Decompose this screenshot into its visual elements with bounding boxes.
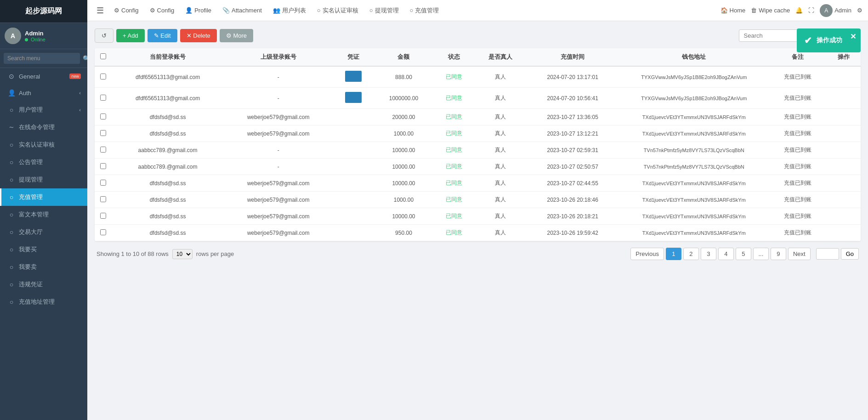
admin-name: Admin [834,7,851,14]
sidebar-item-label: 我要买 [19,245,37,254]
row-note: 充值已到账 [769,66,827,88]
topnav-real-name[interactable]: ○ 实名认证审核 [312,5,363,17]
sidebar-item-recharge-addr[interactable]: ○ 充值地址管理 [0,293,87,311]
user-mgmt-icon: ○ [8,106,15,114]
status-badge: 已同意 [446,196,462,203]
rows-per-page-select[interactable]: 10 20 50 [172,249,193,259]
status-badge: 已同意 [446,74,462,80]
row-checkbox[interactable] [100,213,106,219]
row-current-account: dfdsfsd@sd.ss [112,109,224,125]
topnav-recharge[interactable]: ○ 充值管理 [405,5,444,17]
row-operation [827,192,861,208]
row-checkbox[interactable] [100,114,106,119]
sidebar-item-user-mgmt[interactable]: ○ 用户管理 ‹ [0,101,87,119]
refresh-button[interactable]: ↺ [95,28,113,43]
search-icon[interactable]: 🔍 [83,55,87,62]
sidebar-item-sell[interactable]: ○ 我要卖 [0,258,87,276]
page-2-button[interactable]: 2 [683,248,699,260]
topnav-config2[interactable]: ⚙ Config [145,5,179,16]
row-note: 充值已到账 [769,142,827,159]
row-status: 已同意 [433,142,474,159]
home-link[interactable]: 🏠 Home [720,7,746,14]
go-button[interactable]: Go [841,248,859,260]
buy-icon: ○ [8,246,15,253]
row-credential [333,88,374,109]
row-checkbox[interactable] [100,180,106,186]
chevron-down-icon: ‹ [79,107,81,113]
sidebar-item-label: 我要卖 [19,263,37,271]
add-button[interactable]: + Add [116,29,145,42]
row-is-real: 真人 [475,88,527,109]
page-goto-input[interactable] [816,248,839,260]
more-button[interactable]: ⚙ More [220,29,253,42]
sidebar-item-real-name[interactable]: ○ 实名认证审核 [0,136,87,153]
sidebar-item-notice[interactable]: ○ 公告管理 [0,153,87,171]
sidebar-item-label: 充值管理 [19,193,43,201]
wipe-cache-button[interactable]: 🗑 Wipe cache [751,7,790,14]
notifications-button[interactable]: 🔔 [795,7,803,14]
showing-text: Showing 1 to 10 of 88 rows [96,250,169,257]
sidebar-item-violation[interactable]: ○ 违规凭证 [0,276,87,293]
topnav-right: 🏠 Home 🗑 Wipe cache 🔔 ⛶ A Admin ⚙ [720,4,862,17]
topnav-user-list[interactable]: 👥 用户列表 [268,5,311,17]
row-checkbox[interactable] [100,147,106,153]
select-all-checkbox[interactable] [100,53,106,59]
row-status: 已同意 [433,88,474,109]
sidebar-item-trading[interactable]: ○ 交易大厅 [0,223,87,241]
row-checkbox[interactable] [100,74,106,79]
row-note: 充值已到账 [769,159,827,175]
previous-button[interactable]: Previous [630,248,664,260]
auth-icon: 👤 [8,89,15,96]
row-wallet: TYXGVwwJsMV6yJSp1B8E2oh9JBogZAnVum [619,66,769,88]
page-3-button[interactable]: 3 [701,248,716,260]
delete-button[interactable]: ✕ Delete [180,29,217,42]
col-wallet: 钱包地址 [619,48,769,66]
topnav-recharge-label: 充值管理 [415,6,439,15]
next-button[interactable]: Next [788,248,811,260]
row-amount: 888.00 [374,66,434,88]
close-toast-button[interactable]: ✕ [850,32,856,41]
table-row: dfdsfsd@sd.ss weberjoe579@gmail.com 2000… [95,109,861,125]
row-checkbox[interactable] [100,163,106,169]
page-1-button[interactable]: 1 [666,248,681,260]
row-wallet: TXd1juevcVEt3YTxmmxUN3V8SJARFdSkYm [619,109,769,125]
row-status: 已同意 [433,125,474,142]
topnav-attachment[interactable]: 📎 Attachment [218,5,267,16]
sidebar-item-withdraw[interactable]: ○ 提现管理 [0,171,87,188]
admin-user[interactable]: A Admin [820,4,851,17]
sidebar-item-rich-text[interactable]: ○ 富文本管理 [0,206,87,223]
search-input[interactable] [4,53,80,64]
topnav-withdraw[interactable]: ○ 提现管理 [365,5,403,17]
topnav-profile[interactable]: 👤 Profile [181,5,216,16]
page-9-button[interactable]: 9 [771,248,786,260]
edit-button[interactable]: ✎ Edit [148,29,177,42]
pagination-controls: Previous 1 2 3 4 5 ... 9 Next Go [630,248,859,260]
sidebar-item-auth[interactable]: 👤 Auth ‹ [0,85,87,101]
row-checkbox[interactable] [100,196,106,202]
sidebar-item-label: 用户管理 [19,106,43,114]
row-checkbox[interactable] [100,130,106,136]
page-4-button[interactable]: 4 [718,248,734,260]
row-note: 充值已到账 [769,88,827,109]
sidebar-item-general[interactable]: ⊙ General new [0,68,87,85]
main-area: ☰ ⚙ Config ⚙ Config 👤 Profile 📎 Attachme… [87,0,868,420]
fullscreen-button[interactable]: ⛶ [808,7,814,14]
row-current-account: dfdsfsd@sd.ss [112,175,224,192]
sidebar-item-online-cmd[interactable]: ～ 在线命令管理 [0,119,87,136]
row-parent-account: - [224,88,333,109]
row-checkbox[interactable] [100,95,106,101]
page-5-button[interactable]: 5 [736,248,751,260]
sidebar-item-recharge[interactable]: ○ 充值管理 [0,188,87,206]
table-row: dfdsfsd@sd.ss weberjoe579@gmail.com 1000… [95,175,861,192]
topnav-config2-label: Config [157,7,175,14]
row-wallet: TXd1juevcVEt3YTxmmxUN3V8SJARFdSkYm [619,175,769,192]
sidebar-item-label: General [19,73,40,80]
row-checkbox[interactable] [100,229,106,235]
sidebar-item-buy[interactable]: ○ 我要买 [0,241,87,258]
topnav-profile-label: Profile [194,7,211,14]
topnav-config1[interactable]: ⚙ Config [109,5,143,16]
topnav-user-list-label: 用户列表 [282,6,306,15]
settings-button[interactable]: ⚙ [857,7,862,14]
menu-toggle-button[interactable]: ☰ [93,4,108,17]
chevron-down-icon: ‹ [79,90,81,96]
